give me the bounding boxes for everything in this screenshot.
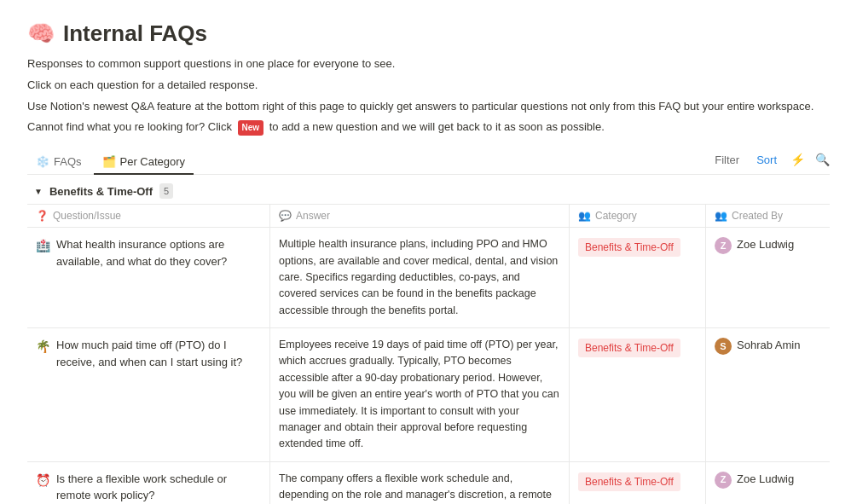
- table-container: ▼ Benefits & Time-Off 5 ❓ Question/Issue…: [27, 175, 830, 504]
- question-emoji: 🌴: [36, 338, 50, 356]
- answer-cell: Employees receive 19 days of paid time o…: [270, 328, 570, 461]
- creator-name: Sohrab Amin: [737, 337, 800, 354]
- toolbar-right: Filter Sort ⚡ 🔍: [711, 152, 830, 173]
- category-badge: Benefits & Time-Off: [578, 339, 680, 357]
- group-count: 5: [159, 183, 173, 199]
- question-emoji: 🏥: [36, 237, 50, 255]
- category-cell: Benefits & Time-Off: [570, 328, 706, 461]
- page-emoji: 🧠: [27, 20, 55, 47]
- tab-per-category[interactable]: 🗂️ Per Category: [94, 150, 194, 175]
- tabs-left: ❄️ FAQs 🗂️ Per Category: [27, 150, 194, 174]
- sort-button[interactable]: Sort: [753, 152, 780, 168]
- avatar: S: [715, 338, 732, 355]
- question-cell: ⏰ Is there a flexible work schedule or r…: [27, 462, 270, 504]
- question-cell: 🌴 How much paid time off (PTO) do I rece…: [27, 328, 270, 461]
- avatar: Z: [715, 472, 732, 489]
- col-question-label: Question/Issue: [53, 210, 121, 222]
- filter-button[interactable]: Filter: [711, 152, 743, 168]
- creator-name: Zoe Ludwig: [737, 236, 794, 253]
- page-container: 🧠 Internal FAQs Responses to common supp…: [0, 0, 857, 504]
- group-header[interactable]: ▼ Benefits & Time-Off 5: [27, 175, 830, 204]
- per-category-tab-icon: 🗂️: [102, 155, 116, 168]
- tab-per-category-label: Per Category: [120, 155, 186, 168]
- tabs-toolbar: ❄️ FAQs 🗂️ Per Category Filter Sort ⚡ 🔍: [27, 150, 830, 175]
- category-cell: Benefits & Time-Off: [570, 228, 706, 327]
- table-row[interactable]: 🏥 What health insurance options are avai…: [27, 228, 830, 328]
- col-header-answer: 💬 Answer: [270, 205, 570, 227]
- table-body: 🏥 What health insurance options are avai…: [27, 228, 830, 504]
- answer-text: Employees receive 19 days of paid time o…: [279, 337, 560, 453]
- answer-text: The company offers a flexible work sched…: [279, 471, 560, 504]
- answer-col-icon: 💬: [279, 210, 292, 222]
- category-badge: Benefits & Time-Off: [578, 472, 680, 491]
- table-row[interactable]: ⏰ Is there a flexible work schedule or r…: [27, 462, 830, 504]
- question-text: How much paid time off (PTO) do I receiv…: [56, 337, 261, 370]
- answer-cell: Multiple health insurance plans, includi…: [270, 228, 570, 327]
- new-badge[interactable]: New: [238, 120, 264, 136]
- lightning-icon[interactable]: ⚡: [790, 153, 805, 166]
- created-by-cell: Z Zoe Ludwig: [706, 462, 830, 504]
- creator-name: Zoe Ludwig: [737, 471, 794, 488]
- group-name: Benefits & Time-Off: [49, 185, 153, 198]
- question-col-icon: ❓: [36, 210, 49, 222]
- search-icon[interactable]: 🔍: [815, 153, 830, 166]
- tab-faqs-label: FAQs: [54, 155, 82, 168]
- created-by-col-icon: 👥: [715, 210, 727, 222]
- page-title-row: 🧠 Internal FAQs: [27, 20, 830, 47]
- category-badge: Benefits & Time-Off: [578, 238, 680, 257]
- page-description: Responses to common support questions in…: [27, 55, 830, 136]
- group-toggle-icon: ▼: [34, 187, 43, 196]
- question-emoji: ⏰: [36, 472, 50, 490]
- col-header-category: 👥 Category: [570, 205, 706, 227]
- category-col-icon: 👥: [578, 210, 591, 222]
- col-header-created-by: 👥 Created By: [706, 205, 830, 227]
- page-title: Internal FAQs: [63, 20, 207, 47]
- col-header-question: ❓ Question/Issue: [27, 205, 270, 227]
- col-category-label: Category: [595, 210, 637, 222]
- tab-faqs[interactable]: ❄️ FAQs: [27, 150, 90, 175]
- col-answer-label: Answer: [296, 210, 330, 222]
- faqs-tab-icon: ❄️: [36, 155, 49, 168]
- question-text: Is there a flexible work schedule or rem…: [56, 471, 261, 504]
- question-cell: 🏥 What health insurance options are avai…: [27, 228, 270, 327]
- answer-cell: The company offers a flexible work sched…: [270, 462, 570, 504]
- category-cell: Benefits & Time-Off: [570, 462, 706, 504]
- question-text: What health insurance options are availa…: [56, 236, 261, 269]
- table-header-row: ❓ Question/Issue 💬 Answer 👥 Category 👥 C…: [27, 204, 830, 228]
- created-by-cell: Z Zoe Ludwig: [706, 228, 830, 327]
- avatar: Z: [715, 237, 732, 254]
- table-row[interactable]: 🌴 How much paid time off (PTO) do I rece…: [27, 328, 830, 462]
- answer-text: Multiple health insurance plans, includi…: [279, 236, 560, 319]
- created-by-cell: S Sohrab Amin: [706, 328, 830, 461]
- col-created-by-label: Created By: [732, 210, 783, 222]
